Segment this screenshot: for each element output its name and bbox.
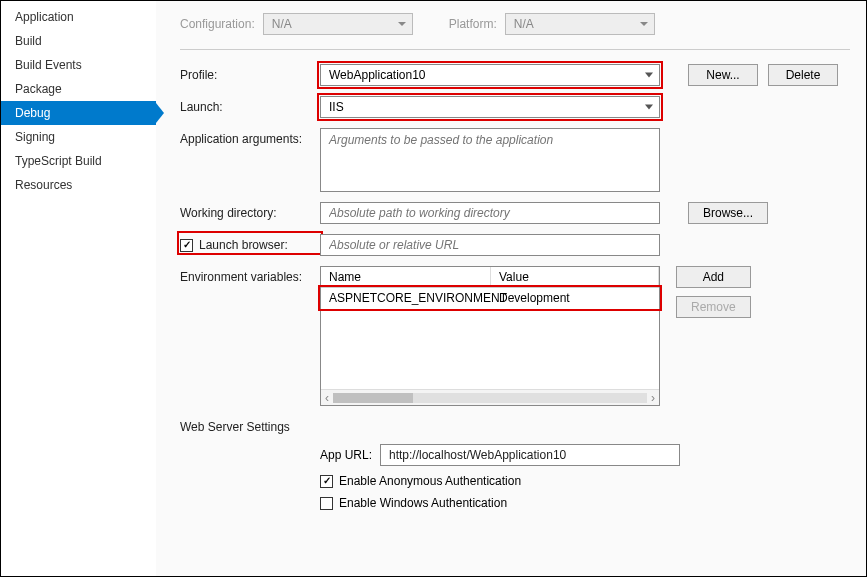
sidebar: Application Build Build Events Package D… <box>1 1 156 576</box>
envvars-table: Name Value ASPNETCORE_ENVIRONMENT Develo… <box>320 266 660 406</box>
scroll-left-icon[interactable] <box>325 391 329 405</box>
env-row-name: ASPNETCORE_ENVIRONMENT <box>321 288 491 308</box>
sidebar-item-build[interactable]: Build <box>1 29 156 53</box>
workdir-input[interactable] <box>320 202 660 224</box>
divider <box>180 49 850 50</box>
sidebar-item-typescript-build[interactable]: TypeScript Build <box>1 149 156 173</box>
sidebar-item-application[interactable]: Application <box>1 5 156 29</box>
profile-select[interactable]: WebApplication10 <box>320 64 660 86</box>
sidebar-item-signing[interactable]: Signing <box>1 125 156 149</box>
app-args-label: Application arguments: <box>180 128 320 146</box>
anon-auth-row[interactable]: Enable Anonymous Authentication <box>320 474 521 488</box>
launch-browser-checkbox[interactable] <box>180 239 193 252</box>
configuration-select[interactable]: N/A <box>263 13 413 35</box>
main-panel: Configuration: N/A Platform: N/A Profile… <box>156 1 866 576</box>
browse-button[interactable]: Browse... <box>688 202 768 224</box>
launch-label: Launch: <box>180 96 320 114</box>
add-button[interactable]: Add <box>676 266 751 288</box>
sidebar-item-debug[interactable]: Debug <box>1 101 156 125</box>
remove-button[interactable]: Remove <box>676 296 751 318</box>
platform-label: Platform: <box>449 17 497 31</box>
scroll-thumb[interactable] <box>333 393 413 403</box>
platform-select[interactable]: N/A <box>505 13 655 35</box>
workdir-label: Working directory: <box>180 202 320 220</box>
sidebar-item-build-events[interactable]: Build Events <box>1 53 156 77</box>
env-row-value: Development <box>491 288 659 308</box>
win-auth-checkbox[interactable] <box>320 497 333 510</box>
delete-button[interactable]: Delete <box>768 64 838 86</box>
scroll-track[interactable] <box>333 393 647 403</box>
launch-browser-group[interactable]: Launch browser: <box>180 234 320 252</box>
app-args-input[interactable] <box>320 128 660 192</box>
appurl-input[interactable] <box>380 444 680 466</box>
appurl-label: App URL: <box>320 448 380 462</box>
envvars-label: Environment variables: <box>180 266 320 284</box>
configuration-label: Configuration: <box>180 17 255 31</box>
anon-auth-label: Enable Anonymous Authentication <box>339 474 521 488</box>
scroll-right-icon[interactable] <box>651 391 655 405</box>
sidebar-item-package[interactable]: Package <box>1 77 156 101</box>
win-auth-label: Enable Windows Authentication <box>339 496 507 510</box>
envvars-col-value[interactable]: Value <box>491 267 659 287</box>
top-config-row: Configuration: N/A Platform: N/A <box>180 11 850 45</box>
sidebar-item-resources[interactable]: Resources <box>1 173 156 197</box>
webserver-section-title: Web Server Settings <box>180 420 850 434</box>
launch-browser-label: Launch browser: <box>199 238 288 252</box>
table-scrollbar[interactable] <box>321 389 659 405</box>
anon-auth-checkbox[interactable] <box>320 475 333 488</box>
profile-label: Profile: <box>180 64 320 82</box>
launch-browser-input[interactable] <box>320 234 660 256</box>
new-button[interactable]: New... <box>688 64 758 86</box>
envvars-col-name[interactable]: Name <box>321 267 491 287</box>
win-auth-row[interactable]: Enable Windows Authentication <box>320 496 507 510</box>
table-row[interactable]: ASPNETCORE_ENVIRONMENT Development <box>321 288 659 308</box>
launch-select[interactable]: IIS <box>320 96 660 118</box>
